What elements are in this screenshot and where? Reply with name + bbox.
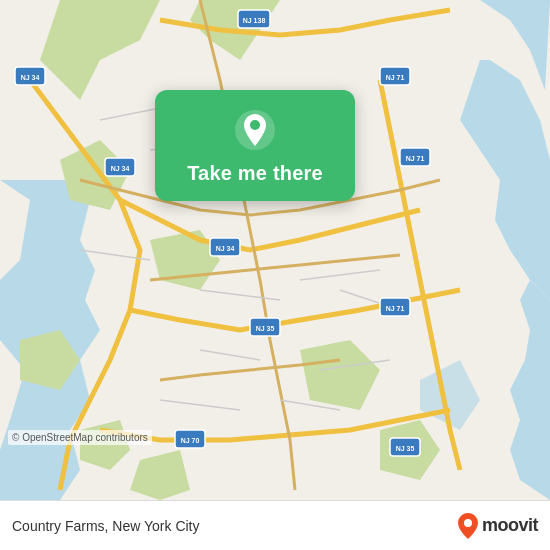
svg-text:NJ 34: NJ 34 [21,74,40,81]
map-background: NJ 34 NJ 34 NJ 34 NJ 71 NJ 71 NJ 71 NJ 3… [0,0,550,500]
svg-text:NJ 138: NJ 138 [243,17,266,24]
map-container: NJ 34 NJ 34 NJ 34 NJ 71 NJ 71 NJ 71 NJ 3… [0,0,550,500]
svg-text:NJ 71: NJ 71 [406,155,425,162]
location-label: Country Farms, New York City [12,518,200,534]
moovit-text: moovit [482,515,538,536]
take-me-there-button[interactable]: Take me there [187,162,323,185]
svg-point-46 [250,120,260,130]
svg-text:NJ 34: NJ 34 [111,165,130,172]
moovit-pin-icon [458,513,478,539]
action-card: Take me there [155,90,355,201]
svg-text:NJ 35: NJ 35 [396,445,415,452]
svg-text:NJ 71: NJ 71 [386,305,405,312]
svg-text:NJ 70: NJ 70 [181,437,200,444]
map-attribution: © OpenStreetMap contributors [8,430,152,445]
svg-text:NJ 35: NJ 35 [256,325,275,332]
svg-point-47 [464,519,472,527]
svg-text:NJ 34: NJ 34 [216,245,235,252]
moovit-logo: moovit [458,513,538,539]
svg-text:NJ 71: NJ 71 [386,74,405,81]
bottom-bar: Country Farms, New York City moovit [0,500,550,550]
map-pin-icon [233,108,277,152]
